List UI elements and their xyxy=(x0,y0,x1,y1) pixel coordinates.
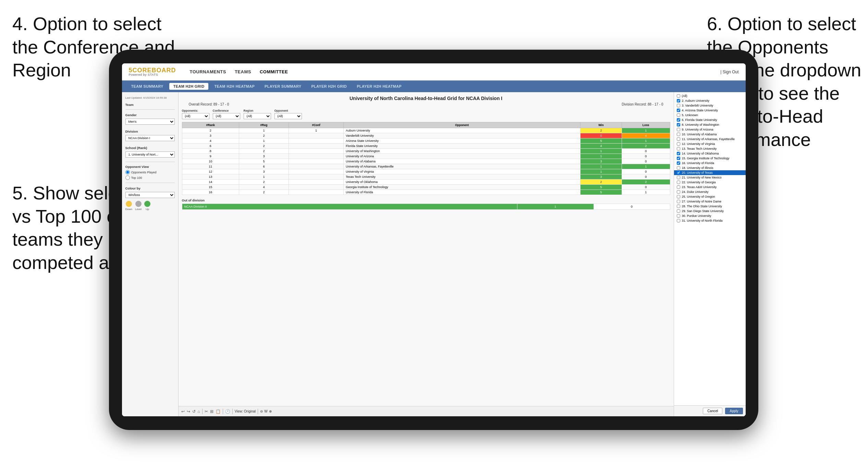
list-item[interactable]: 18. University of Illinois xyxy=(674,165,746,170)
overall-record: 89 - 17 - 0 xyxy=(213,102,229,106)
list-item[interactable]: 13. Texas Tech University xyxy=(674,146,746,151)
cancel-button[interactable]: Cancel xyxy=(703,408,722,414)
paste-icon[interactable]: 📋 xyxy=(216,409,221,414)
school-label: School (Rank) xyxy=(125,146,175,150)
list-item[interactable]: 4. Arizona State University xyxy=(674,108,746,113)
toolbar-separator-4 xyxy=(258,409,258,414)
gender-select[interactable]: Men's xyxy=(125,119,175,125)
col-win: Win xyxy=(580,122,622,128)
sub-nav-h2h-grid[interactable]: TEAM H2H GRID xyxy=(169,83,209,90)
radio-top100[interactable]: Top 100 xyxy=(125,175,175,180)
list-item[interactable]: 8. University of Washington xyxy=(674,122,746,127)
list-item[interactable]: 30. Purdue University xyxy=(674,213,746,218)
list-item[interactable]: 20. University of Texas xyxy=(674,170,746,175)
sub-nav-h2h-heatmap[interactable]: TEAM H2H HEATMAP xyxy=(210,83,259,90)
tablet-frame: 5COREBOARD Powered by STATS TOURNAMENTS … xyxy=(109,50,758,430)
region-filter-select[interactable]: (All) xyxy=(244,113,271,119)
nav-sign-out[interactable]: | Sign Out xyxy=(720,70,738,74)
nav-link-committee[interactable]: COMMITTEE xyxy=(260,69,288,74)
table-row: 14 2 University of Oklahoma 2 2 xyxy=(182,180,670,185)
left-panel: Last Updated: 4/15/2024 16:55:38 Team Ge… xyxy=(122,92,179,416)
list-item[interactable]: 2. Auburn University xyxy=(674,98,746,103)
sub-nav-player-summary[interactable]: PLAYER SUMMARY xyxy=(260,83,305,90)
list-item[interactable]: 14. University of Oklahoma xyxy=(674,151,746,156)
list-item[interactable]: 11. University of Arkansas, Fayetteville xyxy=(674,137,746,142)
list-item[interactable]: 24. Duke University xyxy=(674,189,746,194)
col-loss: Loss xyxy=(622,122,670,128)
undo-icon[interactable]: ↩ xyxy=(181,409,185,414)
cut-icon[interactable]: ✂ xyxy=(205,409,208,414)
filter-conference: Conference (All) xyxy=(213,109,240,119)
grid-title: University of North Carolina Head-to-Hea… xyxy=(182,96,670,101)
nav-logo-text: 5COREBOARD xyxy=(129,67,176,73)
list-item[interactable]: 12. University of Virginia xyxy=(674,142,746,146)
toolbar-bottom: ↩ ↪ ↺ ⌂ ✂ ⊞ 📋 🕐 View: Original ⊖ W ⊕ xyxy=(179,406,674,416)
opponents-filter-select[interactable]: (All) xyxy=(182,113,209,119)
colour-select[interactable]: Win/loss xyxy=(125,192,175,198)
table-row: 13 1 Texas Tech University 3 0 xyxy=(182,174,670,180)
division-table: NCAA Division II 1 0 xyxy=(182,204,670,210)
division-label: Division xyxy=(125,130,175,133)
division-name: NCAA Division II xyxy=(182,204,517,210)
list-item[interactable]: 29. San Diego State University xyxy=(674,209,746,213)
refresh-icon[interactable]: ↺ xyxy=(192,409,196,414)
home-icon[interactable]: ⌂ xyxy=(198,409,200,414)
sub-nav-team-summary[interactable]: TEAM SUMMARY xyxy=(127,83,168,90)
division-row: NCAA Division II 1 0 xyxy=(182,204,670,210)
colour-label: Colour by xyxy=(125,186,175,190)
list-item[interactable]: 10. University of Alabama xyxy=(674,132,746,137)
table-row: 15 4 Georgia Institute of Technology 5 0 xyxy=(182,185,670,190)
table-row: 16 2 University of Florida 5 1 xyxy=(182,190,670,195)
records-row: Overall Record: 89 - 17 - 0 Division Rec… xyxy=(182,102,670,106)
nav-bar: 5COREBOARD Powered by STATS TOURNAMENTS … xyxy=(122,63,746,81)
list-item[interactable]: 5. Unknown xyxy=(674,113,746,118)
table-row: 6 2 Florida State University 4 2 xyxy=(182,144,670,149)
list-item[interactable]: 3. Vanderbilt University xyxy=(674,103,746,108)
opponent-filter-select[interactable]: (All) xyxy=(274,113,302,119)
table-row: 10 5 University of Alabama 3 0 xyxy=(182,159,670,164)
list-item[interactable]: 15. Georgia Institute of Technology xyxy=(674,156,746,161)
list-item[interactable]: 21. University of New Mexico xyxy=(674,175,746,180)
col-conf: #Conf xyxy=(289,122,343,128)
list-item[interactable]: 16. University of Florida xyxy=(674,161,746,165)
copy-icon[interactable]: ⊞ xyxy=(210,409,213,414)
redo-icon[interactable]: ↪ xyxy=(187,409,190,414)
dropdown-list[interactable]: (All)2. Auburn University3. Vanderbilt U… xyxy=(674,92,746,405)
nav-link-teams[interactable]: TEAMS xyxy=(235,69,251,74)
list-item[interactable]: 9. University of Arizona xyxy=(674,127,746,132)
opponents-filter-label: Opponents: xyxy=(182,109,209,112)
list-item[interactable]: 31. University of North Florida xyxy=(674,218,746,223)
list-item[interactable]: 22. University of Georgia xyxy=(674,180,746,185)
table-row: 9 3 University of Arizona 1 0 xyxy=(182,154,670,159)
gender-label: Gender xyxy=(125,113,175,117)
division-select[interactable]: NCAA Division I xyxy=(125,135,175,141)
list-item[interactable]: 27. University of Notre Dame xyxy=(674,199,746,204)
division-loss: 0 xyxy=(594,204,670,210)
list-item[interactable]: 28. The Ohio State University xyxy=(674,204,746,209)
dot-up xyxy=(144,201,150,207)
radio-opponents-played[interactable]: Opponents Played xyxy=(125,170,175,174)
view-label: View: Original xyxy=(235,409,256,413)
table-row: 11 6 University of Arkansas, Fayettevill… xyxy=(182,164,670,169)
division-win: 1 xyxy=(517,204,594,210)
school-select[interactable]: 1. University of Nort... xyxy=(125,151,175,158)
opponent-filter-label: Opponent xyxy=(274,109,302,112)
list-item[interactable]: 25. University of Oregon xyxy=(674,194,746,199)
clock-icon[interactable]: 🕐 xyxy=(225,409,230,414)
sub-nav: TEAM SUMMARY TEAM H2H GRID TEAM H2H HEAT… xyxy=(122,81,746,92)
list-item[interactable]: (All) xyxy=(674,94,746,98)
opponent-view-label: Opponent View xyxy=(125,165,175,169)
filter-row: Opponents: (All) Conference (All) xyxy=(182,109,670,119)
conference-filter-select[interactable]: (All) xyxy=(213,113,240,119)
list-item[interactable]: 23. Texas A&M University xyxy=(674,185,746,189)
main-content: Last Updated: 4/15/2024 16:55:38 Team Ge… xyxy=(122,92,746,416)
zoom-control[interactable]: ⊖ W ⊕ xyxy=(260,409,271,413)
sub-nav-player-heatmap[interactable]: PLAYER H2H HEATMAP xyxy=(353,83,406,90)
apply-button[interactable]: Apply xyxy=(725,408,743,414)
sub-nav-player-h2h-grid[interactable]: PLAYER H2H GRID xyxy=(307,83,351,90)
nav-link-tournaments[interactable]: TOURNAMENTS xyxy=(190,69,226,74)
team-label: Team xyxy=(125,103,175,107)
division-record-label: Division Record: xyxy=(622,102,647,106)
right-content: University of North Carolina Head-to-Hea… xyxy=(179,92,674,416)
list-item[interactable]: 6. Florida State University xyxy=(674,118,746,122)
